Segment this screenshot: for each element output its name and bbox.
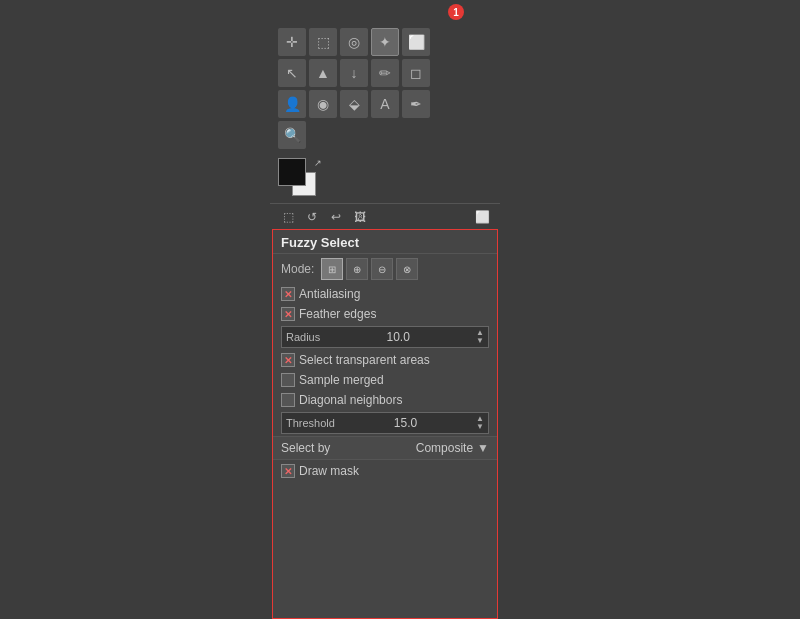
crop-tool[interactable]: ⬜ [402,28,430,56]
radius-label: Radius [286,331,320,343]
heal-tool[interactable]: ↓ [340,59,368,87]
antialiasing-checkbox[interactable]: ✕ [281,287,295,301]
path-tool[interactable]: 👤 [278,90,306,118]
threshold-field[interactable]: Threshold 15.0 ▲ ▼ [281,412,489,434]
tools-row-3: 👤 ◉ ⬙ A ✒ [278,90,492,118]
swap-colors-icon[interactable]: ↗ [314,158,322,168]
radius-row: Radius 10.0 ▲ ▼ [273,324,497,350]
tools-row-2: ↖ ▲ ↓ ✏ ◻ [278,59,492,87]
layers-btn[interactable]: 🖼 [350,207,370,227]
diagonal-neighbors-checkbox[interactable] [281,393,295,407]
draw-mask-row: ✕ Draw mask [273,460,497,482]
sample-merged-label: Sample merged [299,373,384,387]
fuzzy-select-panel: Fuzzy Select Mode: ⊞ ⊕ ⊖ ⊗ ✕ Antialiasin… [272,229,498,619]
tools-row-1: ✛ ⬚ ◎ ✦ ⬜ [278,28,492,56]
undo-btn[interactable]: ↺ [302,207,322,227]
draw-mask-checkbox[interactable]: ✕ [281,464,295,478]
expand-btn[interactable]: ⬜ [472,207,492,227]
notification-badge: 1 [448,4,464,20]
sample-merged-checkbox[interactable] [281,373,295,387]
rect-select-tool[interactable]: ⬚ [309,28,337,56]
select-transparent-checkbox[interactable]: ✕ [281,353,295,367]
radius-spinners[interactable]: ▲ ▼ [476,329,484,345]
threshold-label: Threshold [286,417,335,429]
free-select-tool[interactable]: ◎ [340,28,368,56]
color-area: ↗ [270,153,500,203]
mode-subtract-btn[interactable]: ⊖ [371,258,393,280]
zoom-tool[interactable]: 🔍 [278,121,306,149]
threshold-row: Threshold 15.0 ▲ ▼ [273,410,497,436]
bottom-mini-toolbar: ⬚ ↺ ↩ 🖼 ⬜ [270,203,500,229]
select-by-value: Composite [416,441,473,455]
select-by-row: Select by Composite ▼ [273,436,497,460]
toolbar-panel: 1 ✛ ⬚ ◎ ✦ ⬜ ↖ ▲ ↓ ✏ ◻ 👤 ◉ [270,0,500,619]
foreground-color[interactable] [278,158,306,186]
select-transparent-label: Select transparent areas [299,353,430,367]
threshold-spinners[interactable]: ▲ ▼ [476,415,484,431]
mode-replace-btn[interactable]: ⊞ [321,258,343,280]
select-transparent-row: ✕ Select transparent areas [273,350,497,370]
main-container: 1 ✛ ⬚ ◎ ✦ ⬜ ↖ ▲ ↓ ✏ ◻ 👤 ◉ [0,0,800,619]
fuzzy-select-title: Fuzzy Select [273,230,497,254]
fuzzy-select-tool[interactable]: ✦ [371,28,399,56]
text-tool[interactable]: A [371,90,399,118]
tool-preset-btn[interactable]: ⬚ [278,207,298,227]
color-swap-area: ↗ [278,158,322,198]
antialiasing-label: Antialiasing [299,287,360,301]
radius-value: 10.0 [386,330,409,344]
dodge-tool[interactable]: ⬙ [340,90,368,118]
mode-row: Mode: ⊞ ⊕ ⊖ ⊗ [273,254,497,284]
move-tool[interactable]: ✛ [278,28,306,56]
diagonal-neighbors-label: Diagonal neighbors [299,393,402,407]
feather-edges-label: Feather edges [299,307,376,321]
top-badge-area: 1 [270,0,500,24]
mode-add-btn[interactable]: ⊕ [346,258,368,280]
radius-field[interactable]: Radius 10.0 ▲ ▼ [281,326,489,348]
select-by-dropdown-arrow[interactable]: ▼ [477,441,489,455]
draw-mask-label: Draw mask [299,464,359,478]
redo-btn[interactable]: ↩ [326,207,346,227]
tools-grid: ✛ ⬚ ◎ ✦ ⬜ ↖ ▲ ↓ ✏ ◻ 👤 ◉ ⬙ A ✒ [270,24,500,153]
select-by-label: Select by [281,441,416,455]
blur-tool[interactable]: ◉ [309,90,337,118]
antialiasing-row: ✕ Antialiasing [273,284,497,304]
threshold-value: 15.0 [394,416,417,430]
color-picker-tool[interactable]: ✒ [402,90,430,118]
sample-merged-row: Sample merged [273,370,497,390]
left-spacer [0,0,270,619]
pencil-tool[interactable]: ✏ [371,59,399,87]
clone-tool[interactable]: ▲ [309,59,337,87]
tools-row-4: 🔍 [278,121,492,149]
mode-label: Mode: [281,262,314,276]
rotate-tool[interactable]: ↖ [278,59,306,87]
mode-intersect-btn[interactable]: ⊗ [396,258,418,280]
feather-edges-checkbox[interactable]: ✕ [281,307,295,321]
feather-edges-row: ✕ Feather edges [273,304,497,324]
diagonal-neighbors-row: Diagonal neighbors [273,390,497,410]
eraser-tool[interactable]: ◻ [402,59,430,87]
